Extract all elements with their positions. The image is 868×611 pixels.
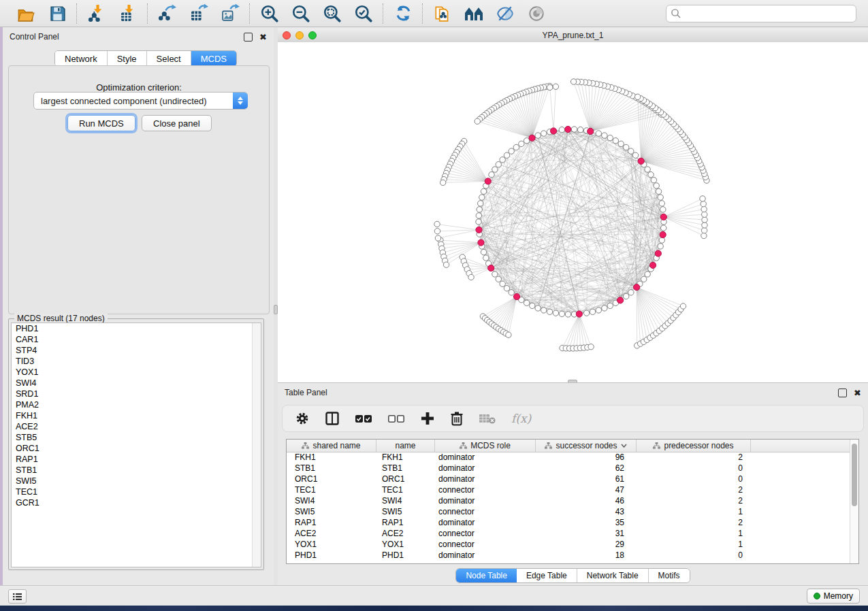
ring-node[interactable]: [479, 195, 485, 200]
tab-network-table[interactable]: Network Table: [577, 569, 649, 582]
ring-node[interactable]: [607, 135, 613, 140]
leaf-node[interactable]: [701, 201, 706, 206]
tab-style[interactable]: Style: [108, 51, 147, 66]
result-list-item[interactable]: STP4: [12, 345, 261, 356]
leaf-node[interactable]: [701, 227, 707, 233]
result-list-item[interactable]: TID3: [12, 356, 261, 367]
hide-graphics-details-button[interactable]: [495, 3, 515, 24]
ring-node[interactable]: [496, 162, 501, 167]
task-history-button[interactable]: [8, 589, 27, 604]
node-table-scrollbar[interactable]: [850, 440, 858, 563]
node-table-body[interactable]: FKH1FKH1dominator962STB1STB1dominator620…: [287, 452, 850, 563]
leaf-node[interactable]: [702, 217, 707, 222]
tab-node-table[interactable]: Node Table: [456, 569, 517, 582]
ring-node[interactable]: [659, 237, 664, 243]
column-header-name[interactable]: name: [376, 440, 435, 452]
ring-node[interactable]: [476, 219, 481, 225]
tab-edge-table[interactable]: Edge Table: [517, 569, 577, 582]
mcds-hub-node[interactable]: [576, 311, 582, 317]
result-list-item[interactable]: CAR1: [12, 334, 261, 345]
mcds-hub-node[interactable]: [513, 293, 519, 299]
search-input[interactable]: [681, 6, 856, 21]
export-image-button[interactable]: [220, 3, 240, 24]
ring-node[interactable]: [583, 310, 589, 316]
result-list-item[interactable]: RAP1: [12, 454, 261, 465]
ring-node[interactable]: [648, 171, 654, 177]
result-list-item[interactable]: STB5: [12, 432, 261, 443]
float-panel-icon[interactable]: [244, 33, 253, 42]
delete-row-button[interactable]: [450, 410, 464, 427]
leaf-node[interactable]: [702, 212, 707, 217]
tab-select[interactable]: Select: [147, 51, 191, 66]
table-row[interactable]: YOX1YOX1connector291: [287, 539, 850, 550]
ring-node[interactable]: [632, 152, 638, 158]
ring-node[interactable]: [519, 141, 524, 146]
scrollbar-thumb[interactable]: [852, 444, 857, 506]
column-header-shared-name[interactable]: shared name: [287, 440, 376, 452]
leaf-node[interactable]: [680, 303, 686, 309]
leaf-node[interactable]: [475, 118, 480, 124]
ring-node[interactable]: [559, 311, 564, 316]
tab-mcds[interactable]: MCDS: [191, 51, 236, 66]
leaf-node[interactable]: [553, 84, 558, 89]
ring-node[interactable]: [476, 213, 481, 218]
mcds-hub-node[interactable]: [649, 262, 656, 268]
table-row[interactable]: RAP1RAP1dominator352: [287, 517, 850, 528]
ring-node[interactable]: [641, 276, 647, 282]
ring-node[interactable]: [500, 157, 505, 163]
save-session-button[interactable]: [47, 3, 67, 24]
mcds-hub-node[interactable]: [655, 250, 661, 257]
ring-node[interactable]: [607, 303, 613, 308]
result-list-item[interactable]: ORC1: [12, 443, 261, 454]
ring-node[interactable]: [623, 144, 628, 150]
table-row[interactable]: ORC1ORC1dominator610: [287, 474, 850, 484]
ring-node[interactable]: [553, 310, 558, 316]
leaf-node[interactable]: [570, 79, 576, 84]
graphics-details-button[interactable]: [464, 3, 484, 24]
ring-node[interactable]: [660, 207, 666, 212]
ring-node[interactable]: [645, 167, 650, 172]
leaf-node[interactable]: [701, 233, 707, 238]
result-list-item[interactable]: STB1: [12, 465, 261, 476]
ring-node[interactable]: [496, 276, 501, 282]
leaf-node[interactable]: [588, 344, 594, 350]
ring-node[interactable]: [590, 309, 595, 314]
zoom-selected-button[interactable]: [353, 3, 374, 24]
ring-node[interactable]: [504, 152, 509, 158]
ring-node[interactable]: [559, 127, 564, 132]
ring-node[interactable]: [656, 188, 661, 194]
ring-node[interactable]: [492, 167, 498, 172]
close-table-panel-icon[interactable]: ✖: [854, 389, 861, 397]
ring-node[interactable]: [483, 255, 489, 261]
ring-node[interactable]: [477, 207, 482, 212]
ring-node[interactable]: [571, 127, 577, 132]
result-list-item[interactable]: PHD1: [12, 323, 261, 334]
ring-node[interactable]: [577, 127, 583, 132]
ring-node[interactable]: [658, 195, 663, 200]
ring-node[interactable]: [618, 141, 624, 146]
ring-node[interactable]: [645, 271, 650, 277]
table-row[interactable]: SWI4SWI4dominator462: [287, 495, 850, 506]
add-row-button[interactable]: [420, 410, 435, 427]
close-panel-button[interactable]: Close panel: [142, 115, 212, 131]
leaf-node[interactable]: [506, 332, 511, 337]
ring-node[interactable]: [628, 290, 634, 295]
ring-node[interactable]: [602, 133, 607, 138]
tab-motifs[interactable]: Motifs: [649, 569, 690, 582]
close-panel-icon[interactable]: ✖: [259, 33, 267, 41]
leaf-node[interactable]: [701, 206, 707, 212]
select-all-button[interactable]: [355, 410, 372, 427]
ring-node[interactable]: [500, 281, 505, 286]
mcds-hub-node[interactable]: [476, 227, 482, 233]
import-table-button[interactable]: [118, 3, 138, 24]
tab-network[interactable]: Network: [55, 51, 108, 66]
result-list-item[interactable]: PMA2: [12, 399, 261, 410]
zoom-in-button[interactable]: [259, 3, 280, 24]
ring-node[interactable]: [535, 306, 541, 311]
ring-node[interactable]: [659, 201, 664, 206]
table-row[interactable]: FKH1FKH1dominator962: [287, 452, 850, 463]
column-header-predecessor-nodes[interactable]: predecessor nodes: [637, 440, 751, 452]
export-table-button[interactable]: [189, 3, 209, 24]
ring-node[interactable]: [541, 308, 547, 313]
ring-node[interactable]: [623, 293, 628, 299]
